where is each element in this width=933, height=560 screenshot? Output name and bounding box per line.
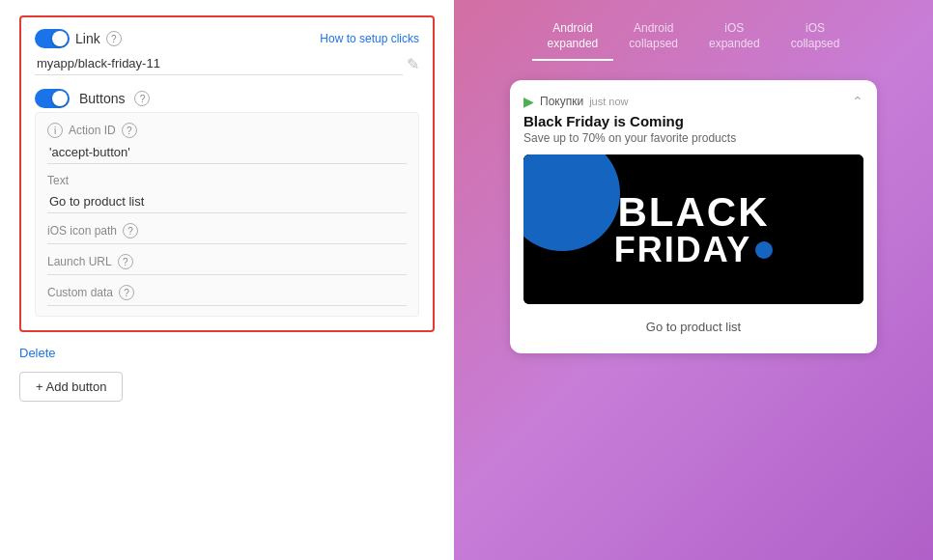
notification-subtitle: Save up to 70% on your favorite products xyxy=(523,131,863,145)
buttons-toggle-wrapper: Buttons ? xyxy=(35,89,419,108)
action-id-label-row: i Action ID ? xyxy=(47,123,407,138)
notification-preview-card: ▶ Покупки just now ⌃ Black Friday is Com… xyxy=(510,80,877,353)
left-panel: Link ? How to setup clicks ✎ Buttons ? xyxy=(0,0,454,560)
buttons-field-group: Buttons ? i Action ID ? Text xyxy=(35,89,419,317)
link-input-wrapper: ✎ xyxy=(35,52,419,75)
link-label: Link xyxy=(75,31,100,46)
tab-android-collapsed[interactable]: Androidcollapsed xyxy=(613,15,693,61)
ios-icon-path-label-row: iOS icon path ? xyxy=(47,223,407,238)
notification-time: just now xyxy=(589,96,628,107)
tab-android-expanded[interactable]: Androidexpanded xyxy=(532,15,614,61)
notification-title: Black Friday is Coming xyxy=(523,113,863,129)
bottom-actions: Delete + Add button xyxy=(19,346,435,402)
action-id-input[interactable] xyxy=(47,141,407,164)
notification-header: ▶ Покупки just now ⌃ xyxy=(523,94,863,109)
ios-icon-path-help-icon[interactable]: ? xyxy=(123,223,138,238)
buttons-toggle[interactable] xyxy=(35,89,70,108)
preview-tabs: Androidexpanded Androidcollapsed iOSexpa… xyxy=(532,15,856,61)
ios-icon-path-field: iOS icon path ? xyxy=(47,223,407,244)
notification-header-left: ▶ Покупки just now xyxy=(523,94,629,109)
buttons-help-icon[interactable]: ? xyxy=(134,91,150,106)
notification-action-row: Go to product list xyxy=(523,316,863,338)
link-label-row: Link ? How to setup clicks xyxy=(35,29,419,48)
custom-data-help-icon[interactable]: ? xyxy=(119,285,134,300)
android-icon: ▶ xyxy=(523,94,534,109)
link-buttons-section: Link ? How to setup clicks ✎ Buttons ? xyxy=(19,15,435,332)
blue-circle-decoration xyxy=(523,154,620,251)
how-to-setup-link[interactable]: How to setup clicks xyxy=(320,32,419,45)
action-id-help-icon[interactable]: ? xyxy=(122,123,137,138)
delete-link[interactable]: Delete xyxy=(19,346,435,360)
add-button-btn[interactable]: + Add button xyxy=(19,372,123,402)
launch-url-label: Launch URL xyxy=(47,255,112,268)
link-input[interactable] xyxy=(35,52,403,75)
action-id-field: i Action ID ? xyxy=(47,123,407,164)
custom-data-label: Custom data xyxy=(47,286,113,299)
link-help-icon[interactable]: ? xyxy=(106,31,122,46)
tab-ios-collapsed[interactable]: iOScollapsed xyxy=(776,15,856,61)
text-field: Text xyxy=(47,174,407,213)
action-id-label: Action ID xyxy=(69,124,116,137)
person-icon: ✎ xyxy=(407,55,419,73)
notification-image: BLACK FRIDAY xyxy=(523,154,863,304)
black-friday-text: BLACK FRIDAY xyxy=(614,192,774,267)
right-panel: Androidexpanded Androidcollapsed iOSexpa… xyxy=(454,0,933,560)
launch-url-help-icon[interactable]: ? xyxy=(118,254,133,269)
friday-dot xyxy=(755,241,773,259)
custom-data-field: Custom data ? xyxy=(47,285,407,306)
link-field-group: Link ? How to setup clicks ✎ xyxy=(35,29,419,75)
ios-icon-path-label: iOS icon path xyxy=(47,224,117,238)
buttons-label: Buttons xyxy=(79,91,125,106)
text-label: Text xyxy=(47,174,407,187)
link-label-left: Link ? xyxy=(35,29,122,48)
tab-ios-expanded[interactable]: iOSexpanded xyxy=(693,15,776,61)
notification-chevron-icon: ⌃ xyxy=(852,94,863,109)
button-config-section: i Action ID ? Text iOS icon path ? xyxy=(35,112,419,317)
action-id-info-icon[interactable]: i xyxy=(47,123,63,138)
launch-url-label-row: Launch URL ? xyxy=(47,254,407,269)
notification-action-label[interactable]: Go to product list xyxy=(635,316,752,338)
text-input[interactable] xyxy=(47,190,407,213)
black-friday-background: BLACK FRIDAY xyxy=(523,154,863,304)
link-toggle[interactable] xyxy=(35,29,70,48)
notification-app-name: Покупки xyxy=(540,95,583,108)
black-text: BLACK xyxy=(614,192,774,233)
custom-data-label-row: Custom data ? xyxy=(47,285,407,300)
friday-text: FRIDAY xyxy=(614,233,774,267)
launch-url-field: Launch URL ? xyxy=(47,254,407,275)
